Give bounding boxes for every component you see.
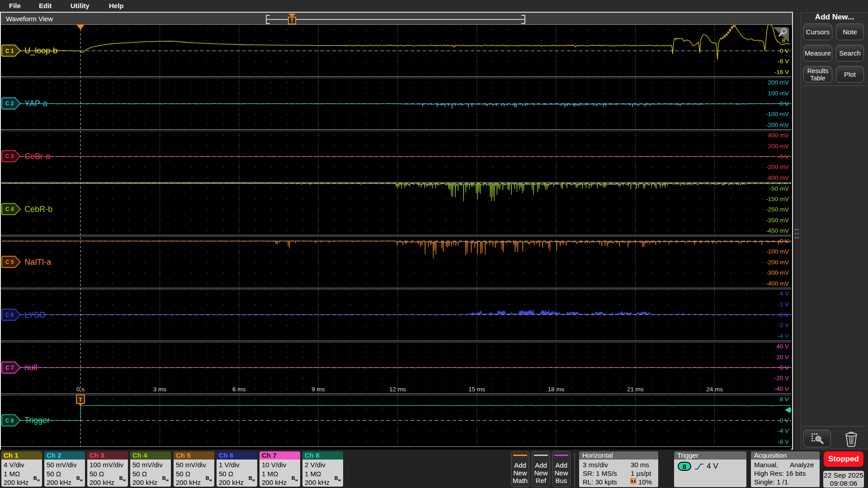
svg-text:4 V: 4 V (780, 290, 789, 297)
svg-text:18 ms: 18 ms (548, 386, 565, 393)
svg-text:0 V: 0 V (780, 47, 789, 54)
svg-text:-16 V: -16 V (774, 69, 789, 75)
svg-text:-20 V: -20 V (774, 375, 789, 381)
svg-text:NaITl-a: NaITl-a (24, 258, 52, 267)
svg-text:C 2: C 2 (5, 100, 14, 107)
svg-text:-4 V: -4 V (778, 427, 789, 434)
svg-text:200 mV: 200 mV (768, 143, 789, 150)
svg-text:C 7: C 7 (5, 365, 14, 371)
svg-text:100 mV: 100 mV (768, 90, 789, 97)
svg-text:0 V: 0 V (780, 417, 789, 424)
svg-text:T: T (632, 479, 635, 484)
svg-text:YAP-a: YAP-a (24, 99, 48, 108)
svg-text:C 5: C 5 (5, 259, 14, 265)
svg-text:0 V: 0 V (780, 238, 789, 244)
svg-text:0 s: 0 s (76, 386, 85, 393)
svg-text:0 V: 0 V (780, 100, 789, 107)
svg-text:-8 V: -8 V (778, 58, 789, 65)
svg-text:200 mV: 200 mV (768, 79, 789, 86)
svg-text:-100 mV: -100 mV (766, 111, 789, 117)
svg-text:-350 mV: -350 mV (766, 217, 789, 224)
svg-text:LYSO: LYSO (24, 310, 46, 319)
svg-text:U_loop-b: U_loop-b (24, 46, 57, 56)
svg-text:-250 mV: -250 mV (766, 206, 789, 213)
svg-text:20 V: 20 V (776, 354, 789, 361)
svg-text:T: T (79, 396, 82, 403)
svg-text:-200 mV: -200 mV (766, 122, 789, 128)
svg-text:21 ms: 21 ms (627, 386, 644, 393)
svg-text:40 V: 40 V (776, 343, 789, 350)
svg-text:12 ms: 12 ms (389, 386, 406, 393)
svg-text:-40 V: -40 V (774, 385, 789, 392)
svg-text:-2 V: -2 V (778, 322, 789, 328)
svg-text:0 V: 0 V (780, 153, 789, 160)
svg-text:C 3: C 3 (5, 153, 14, 160)
svg-text:CeBr-a: CeBr-a (24, 152, 51, 161)
svg-text:T: T (290, 18, 294, 24)
svg-text:400 mV: 400 mV (768, 132, 789, 139)
svg-text:C 8: C 8 (5, 418, 14, 424)
svg-text:2 V: 2 V (780, 301, 789, 308)
svg-text:C 1: C 1 (5, 48, 14, 54)
svg-text:-300 mV: -300 mV (766, 269, 789, 276)
svg-text:6 ms: 6 ms (232, 386, 246, 393)
svg-text:-150 mV: -150 mV (766, 196, 789, 202)
svg-text:9 ms: 9 ms (311, 386, 325, 393)
svg-text:15 ms: 15 ms (468, 386, 485, 393)
svg-text:0 V: 0 V (780, 311, 789, 318)
svg-text:-4 V: -4 V (778, 333, 789, 339)
svg-text:-50 mV: -50 mV (769, 185, 789, 192)
svg-text:3 ms: 3 ms (153, 386, 167, 393)
svg-text:-200 mV: -200 mV (766, 164, 789, 170)
svg-text:-200 mV: -200 mV (766, 259, 789, 266)
svg-text:8 V: 8 V (780, 396, 789, 403)
svg-text:0 V: 0 V (780, 364, 789, 371)
svg-text:-400 mV: -400 mV (766, 280, 789, 287)
svg-text:CebR-b: CebR-b (24, 205, 52, 214)
svg-text:-400 mV: -400 mV (766, 174, 789, 181)
svg-text:-100 mV: -100 mV (766, 248, 789, 255)
svg-text:Trigger: Trigger (24, 416, 50, 425)
svg-text:-8 V: -8 V (778, 438, 789, 445)
svg-text:null: null (24, 363, 37, 372)
svg-text:24 ms: 24 ms (706, 386, 723, 393)
svg-text:8: 8 (782, 37, 785, 44)
svg-text:C 4: C 4 (5, 206, 14, 212)
svg-text:-450 mV: -450 mV (766, 227, 789, 234)
svg-text:C 6: C 6 (5, 312, 14, 318)
